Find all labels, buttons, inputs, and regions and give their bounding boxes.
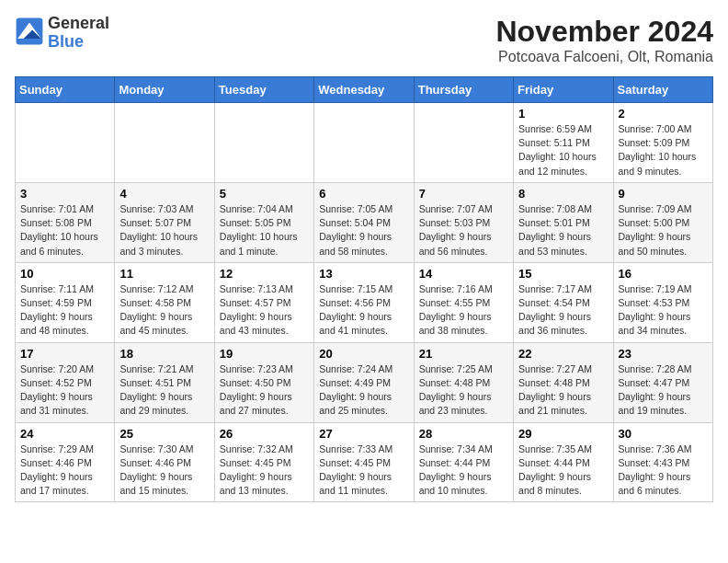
day-number: 15 (518, 267, 608, 281)
logo: General Blue (15, 15, 109, 52)
day-number: 17 (20, 347, 109, 361)
day-header: Thursday (414, 77, 513, 103)
calendar-cell: 6Sunrise: 7:05 AM Sunset: 5:04 PM Daylig… (314, 182, 414, 262)
calendar-week: 17Sunrise: 7:20 AM Sunset: 4:52 PM Dayli… (16, 342, 713, 422)
calendar-cell: 1Sunrise: 6:59 AM Sunset: 5:11 PM Daylig… (514, 103, 613, 183)
day-number: 24 (20, 427, 109, 441)
calendar-cell: 21Sunrise: 7:25 AM Sunset: 4:48 PM Dayli… (414, 342, 513, 422)
calendar-cell: 8Sunrise: 7:08 AM Sunset: 5:01 PM Daylig… (514, 182, 613, 262)
cell-info: Sunrise: 7:00 AM Sunset: 5:09 PM Dayligh… (619, 122, 708, 178)
calendar-cell: 30Sunrise: 7:36 AM Sunset: 4:43 PM Dayli… (613, 422, 712, 502)
day-number: 20 (319, 347, 408, 361)
calendar-cell: 12Sunrise: 7:13 AM Sunset: 4:57 PM Dayli… (214, 262, 313, 342)
day-number: 7 (419, 187, 508, 201)
cell-info: Sunrise: 7:09 AM Sunset: 5:00 PM Dayligh… (619, 202, 708, 259)
day-number: 19 (220, 347, 309, 361)
cell-info: Sunrise: 7:16 AM Sunset: 4:55 PM Dayligh… (419, 282, 508, 339)
day-number: 16 (619, 267, 708, 281)
day-number: 28 (419, 427, 508, 441)
cell-info: Sunrise: 7:25 AM Sunset: 4:48 PM Dayligh… (419, 362, 508, 419)
day-number: 23 (619, 347, 708, 361)
day-number: 4 (119, 187, 209, 201)
calendar-cell: 10Sunrise: 7:11 AM Sunset: 4:59 PM Dayli… (16, 262, 115, 342)
calendar-cell: 3Sunrise: 7:01 AM Sunset: 5:08 PM Daylig… (16, 182, 115, 262)
calendar-cell (115, 103, 214, 183)
day-number: 12 (220, 267, 309, 281)
header-row: SundayMondayTuesdayWednesdayThursdayFrid… (16, 77, 713, 103)
cell-info: Sunrise: 7:33 AM Sunset: 4:45 PM Dayligh… (319, 442, 408, 499)
month-title: November 2024 (495, 15, 713, 49)
day-header: Sunday (16, 77, 115, 103)
cell-info: Sunrise: 7:32 AM Sunset: 4:45 PM Dayligh… (220, 442, 309, 499)
day-number: 30 (619, 427, 708, 441)
calendar-body: 1Sunrise: 6:59 AM Sunset: 5:11 PM Daylig… (16, 103, 713, 502)
cell-info: Sunrise: 7:08 AM Sunset: 5:01 PM Dayligh… (518, 202, 608, 259)
cell-info: Sunrise: 7:34 AM Sunset: 4:44 PM Dayligh… (419, 442, 508, 499)
logo-icon (15, 17, 44, 46)
day-number: 1 (518, 107, 608, 121)
calendar-week: 24Sunrise: 7:29 AM Sunset: 4:46 PM Dayli… (16, 422, 713, 502)
day-header: Monday (115, 77, 214, 103)
calendar-cell (414, 103, 513, 183)
cell-info: Sunrise: 7:13 AM Sunset: 4:57 PM Dayligh… (220, 282, 309, 339)
title-area: November 2024 Potcoava Falcoeni, Olt, Ro… (495, 15, 713, 65)
day-number: 29 (518, 427, 608, 441)
calendar-cell: 4Sunrise: 7:03 AM Sunset: 5:07 PM Daylig… (115, 182, 214, 262)
day-number: 14 (419, 267, 508, 281)
cell-info: Sunrise: 7:03 AM Sunset: 5:07 PM Dayligh… (119, 202, 209, 259)
day-number: 18 (119, 347, 209, 361)
calendar-cell: 13Sunrise: 7:15 AM Sunset: 4:56 PM Dayli… (314, 262, 414, 342)
day-number: 6 (319, 187, 408, 201)
logo-line1: General (48, 15, 109, 33)
day-number: 3 (20, 187, 109, 201)
day-number: 26 (220, 427, 309, 441)
calendar-cell: 5Sunrise: 7:04 AM Sunset: 5:05 PM Daylig… (214, 182, 313, 262)
calendar-cell: 28Sunrise: 7:34 AM Sunset: 4:44 PM Dayli… (414, 422, 513, 502)
calendar-cell: 7Sunrise: 7:07 AM Sunset: 5:03 PM Daylig… (414, 182, 513, 262)
cell-info: Sunrise: 7:17 AM Sunset: 4:54 PM Dayligh… (518, 282, 608, 339)
calendar-cell: 11Sunrise: 7:12 AM Sunset: 4:58 PM Dayli… (115, 262, 214, 342)
day-header: Wednesday (314, 77, 414, 103)
calendar-cell: 17Sunrise: 7:20 AM Sunset: 4:52 PM Dayli… (16, 342, 115, 422)
cell-info: Sunrise: 7:12 AM Sunset: 4:58 PM Dayligh… (119, 282, 209, 339)
calendar-cell: 29Sunrise: 7:35 AM Sunset: 4:44 PM Dayli… (514, 422, 613, 502)
cell-info: Sunrise: 7:05 AM Sunset: 5:04 PM Dayligh… (319, 202, 408, 259)
calendar-cell: 22Sunrise: 7:27 AM Sunset: 4:48 PM Dayli… (514, 342, 613, 422)
cell-info: Sunrise: 7:23 AM Sunset: 4:50 PM Dayligh… (220, 362, 309, 419)
calendar-cell: 9Sunrise: 7:09 AM Sunset: 5:00 PM Daylig… (613, 182, 712, 262)
calendar-cell: 26Sunrise: 7:32 AM Sunset: 4:45 PM Dayli… (214, 422, 313, 502)
cell-info: Sunrise: 7:29 AM Sunset: 4:46 PM Dayligh… (20, 442, 109, 499)
day-header: Saturday (613, 77, 712, 103)
cell-info: Sunrise: 6:59 AM Sunset: 5:11 PM Dayligh… (518, 122, 608, 178)
day-number: 22 (518, 347, 608, 361)
logo-text: General Blue (48, 15, 109, 52)
day-number: 25 (119, 427, 209, 441)
calendar-cell (214, 103, 313, 183)
location-title: Potcoava Falcoeni, Olt, Romania (495, 49, 713, 65)
day-number: 2 (619, 107, 708, 121)
calendar-cell: 23Sunrise: 7:28 AM Sunset: 4:47 PM Dayli… (613, 342, 712, 422)
cell-info: Sunrise: 7:01 AM Sunset: 5:08 PM Dayligh… (20, 202, 109, 259)
calendar-cell (16, 103, 115, 183)
cell-info: Sunrise: 7:28 AM Sunset: 4:47 PM Dayligh… (619, 362, 708, 419)
calendar-cell: 18Sunrise: 7:21 AM Sunset: 4:51 PM Dayli… (115, 342, 214, 422)
day-number: 5 (220, 187, 309, 201)
page-header: General Blue November 2024 Potcoava Falc… (15, 15, 713, 65)
cell-info: Sunrise: 7:36 AM Sunset: 4:43 PM Dayligh… (619, 442, 708, 499)
logo-line2: Blue (48, 33, 109, 52)
calendar-cell: 24Sunrise: 7:29 AM Sunset: 4:46 PM Dayli… (16, 422, 115, 502)
calendar-cell: 14Sunrise: 7:16 AM Sunset: 4:55 PM Dayli… (414, 262, 513, 342)
calendar-cell: 25Sunrise: 7:30 AM Sunset: 4:46 PM Dayli… (115, 422, 214, 502)
day-header: Friday (514, 77, 613, 103)
cell-info: Sunrise: 7:30 AM Sunset: 4:46 PM Dayligh… (119, 442, 209, 499)
calendar-cell: 2Sunrise: 7:00 AM Sunset: 5:09 PM Daylig… (613, 103, 712, 183)
calendar-table: SundayMondayTuesdayWednesdayThursdayFrid… (15, 76, 713, 502)
cell-info: Sunrise: 7:21 AM Sunset: 4:51 PM Dayligh… (119, 362, 209, 419)
calendar-cell (314, 103, 414, 183)
day-number: 9 (619, 187, 708, 201)
cell-info: Sunrise: 7:19 AM Sunset: 4:53 PM Dayligh… (619, 282, 708, 339)
cell-info: Sunrise: 7:11 AM Sunset: 4:59 PM Dayligh… (20, 282, 109, 339)
cell-info: Sunrise: 7:15 AM Sunset: 4:56 PM Dayligh… (319, 282, 408, 339)
day-number: 10 (20, 267, 109, 281)
day-number: 11 (119, 267, 209, 281)
